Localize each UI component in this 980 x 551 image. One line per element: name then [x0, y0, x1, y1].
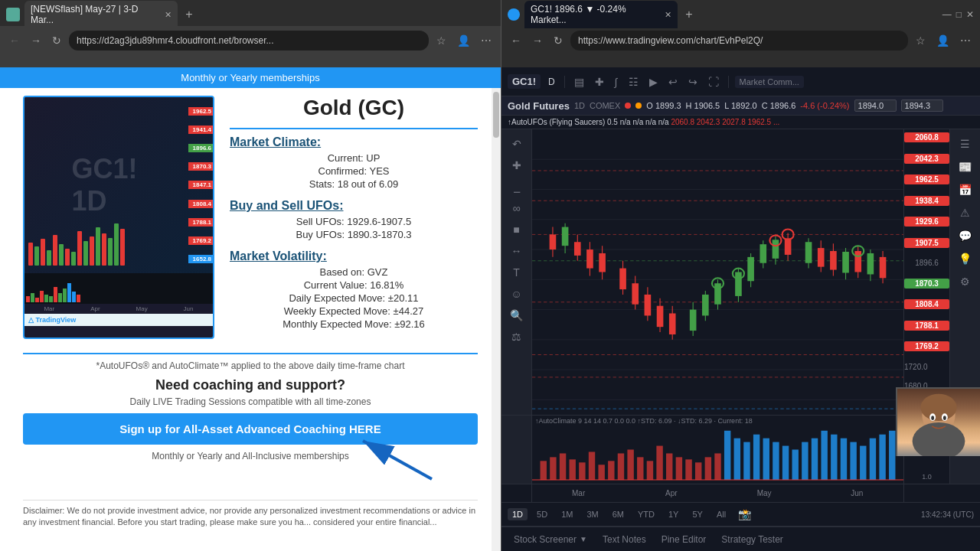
svg-rect-94 — [734, 439, 740, 480]
right-address-input[interactable] — [570, 31, 908, 51]
right-menu-icon[interactable]: ⋯ — [957, 33, 974, 48]
svg-rect-50 — [760, 244, 766, 263]
price-1769: 1769.2 — [904, 341, 949, 351]
indicators-icon[interactable]: ∫ — [612, 74, 621, 90]
svg-rect-54 — [785, 238, 792, 255]
chat-icon[interactable]: 💬 — [956, 227, 974, 244]
tf-5d-btn[interactable]: 5D — [532, 508, 552, 520]
alerts-icon[interactable]: ⚠ — [958, 204, 972, 221]
fib-tool[interactable]: ∞ — [511, 200, 523, 217]
svg-rect-66 — [867, 253, 874, 274]
right-tab-title: GC1! 1896.6 ▼ -0.24% Market... — [531, 4, 662, 25]
svg-rect-97 — [763, 439, 769, 480]
svg-rect-83 — [627, 450, 633, 481]
left-tab-active[interactable]: [NEWSflash] May-27 | 3-D Mar... ✕ — [24, 1, 178, 28]
bar-type-icon[interactable]: ▤ — [571, 74, 587, 90]
tf-6m-btn[interactable]: 6M — [608, 508, 629, 520]
tv-symbol-label[interactable]: GC1! — [508, 74, 541, 89]
measure-tool[interactable]: ↔ — [509, 243, 524, 259]
minimize-button[interactable]: — — [942, 9, 952, 20]
line-tool[interactable]: ⎯ — [511, 178, 522, 195]
monthly-label: Monthly Expected Move: — [283, 318, 391, 330]
confirmed-label: Confirmed: — [318, 165, 368, 177]
left-scroll-thumb[interactable] — [493, 92, 499, 138]
right-new-tab-button[interactable]: + — [681, 6, 697, 23]
maximize-button[interactable]: □ — [956, 9, 962, 20]
tv-time-left-spacer — [501, 484, 532, 502]
pattern-tool[interactable]: ■ — [511, 221, 521, 238]
right-bookmark-icon[interactable]: ☆ — [913, 33, 929, 48]
left-tab-close[interactable]: ✕ — [165, 10, 172, 20]
tf-5y-btn[interactable]: 5Y — [688, 508, 707, 520]
right-reload-button[interactable]: ↻ — [550, 33, 566, 48]
price-input-1[interactable] — [854, 99, 897, 112]
right-tab-close[interactable]: ✕ — [665, 10, 671, 20]
calendar-icon[interactable]: 📅 — [956, 181, 974, 198]
left-browser-chrome: [NEWSflash] May-27 | 3-D Mar... ✕ + ← → … — [0, 0, 501, 67]
svg-rect-22 — [562, 227, 569, 246]
news-icon[interactable]: 📰 — [956, 158, 974, 175]
crosshair-tool[interactable]: ✚ — [510, 157, 524, 174]
left-browser-window: [NEWSflash] May-27 | 3-D Mar... ✕ + ← → … — [0, 0, 501, 551]
coaching-section: Need coaching and support? Daily LIVE Tr… — [23, 377, 478, 461]
right-profile-icon[interactable]: 👤 — [933, 33, 952, 48]
tf-1y-btn[interactable]: 1Y — [664, 508, 683, 520]
stats-line: Stats: 18 out of 6.09 — [230, 178, 478, 190]
undo-icon[interactable]: ↩ — [665, 74, 681, 90]
magnet-tool[interactable]: ⚖ — [509, 328, 524, 345]
right-address-bar-row: ← → ↻ ☆ 👤 ⋯ — [501, 26, 980, 55]
icon-tool[interactable]: ☺ — [508, 285, 524, 302]
text-tool[interactable]: T — [511, 264, 522, 281]
close-window-button[interactable]: ✕ — [966, 9, 974, 20]
cursor-tool[interactable]: ↶ — [510, 135, 524, 152]
daily-move-line: Daily Expected Move: ±20.11 — [230, 292, 478, 304]
svg-rect-88 — [676, 457, 682, 480]
replay-icon[interactable]: ▶ — [646, 74, 661, 90]
tf-all-btn[interactable]: All — [712, 508, 730, 520]
bookmark-icon[interactable]: ☆ — [433, 33, 449, 48]
market-comm-btn[interactable]: Market Comm... — [735, 76, 804, 88]
tv-timeframe-btn[interactable]: D — [545, 75, 558, 89]
redo-icon[interactable]: ↪ — [685, 74, 701, 90]
pine-editor-tab[interactable]: Pine Editor — [655, 531, 713, 548]
buy-sell-heading: Buy and Sell UFOs: — [230, 199, 478, 213]
compare-icon[interactable]: ✚ — [592, 74, 607, 90]
settings-icon[interactable]: ⚙ — [958, 273, 972, 290]
stock-screener-tab[interactable]: Stock Screener ▼ — [508, 531, 593, 548]
new-tab-button[interactable]: + — [181, 6, 198, 23]
svg-rect-74 — [541, 461, 547, 480]
tf-3m-btn[interactable]: 3M — [582, 508, 603, 520]
reload-button[interactable]: ↻ — [49, 33, 64, 48]
templates-icon[interactable]: ☷ — [626, 74, 642, 90]
weekly-value: ±44.27 — [394, 305, 424, 317]
camera-icon[interactable]: 📸 — [735, 507, 754, 522]
tv-time-main: Mar Apr May Jun — [532, 484, 903, 502]
forward-button[interactable]: → — [28, 33, 44, 48]
strategy-tester-tab[interactable]: Strategy Tester — [715, 531, 789, 548]
tf-1d-btn[interactable]: 1D — [508, 508, 528, 520]
right-back-button[interactable]: ← — [508, 33, 524, 48]
svg-rect-90 — [695, 462, 701, 480]
left-scrollbar[interactable] — [492, 88, 501, 551]
right-tab-active[interactable]: GC1! 1896.6 ▼ -0.24% Market... ✕ — [524, 1, 678, 28]
tf-ytd-btn[interactable]: YTD — [633, 508, 659, 520]
svg-rect-82 — [618, 453, 624, 480]
right-forward-button[interactable]: → — [529, 33, 546, 48]
price-input-2[interactable] — [901, 99, 943, 112]
zoom-tool[interactable]: 🔍 — [508, 307, 525, 324]
tv-favicon — [508, 8, 520, 21]
fullscreen-icon[interactable]: ⛶ — [705, 74, 722, 90]
left-address-input[interactable] — [69, 31, 429, 51]
profile-icon[interactable]: 👤 — [454, 33, 473, 48]
back-button[interactable]: ← — [6, 33, 23, 48]
svg-rect-24 — [574, 242, 581, 256]
text-notes-tab[interactable]: Text Notes — [596, 531, 652, 548]
tf-1m-btn[interactable]: 1M — [557, 508, 577, 520]
ideas-icon[interactable]: 💡 — [956, 250, 974, 267]
buy-label: Buy UFOs: — [296, 229, 345, 240]
stock-screener-dropdown[interactable]: ▼ — [580, 535, 587, 543]
menu-icon[interactable]: ⋯ — [478, 33, 495, 48]
watchlist-icon[interactable]: ☰ — [958, 135, 972, 152]
svg-rect-85 — [647, 461, 653, 480]
svg-rect-99 — [782, 446, 789, 481]
